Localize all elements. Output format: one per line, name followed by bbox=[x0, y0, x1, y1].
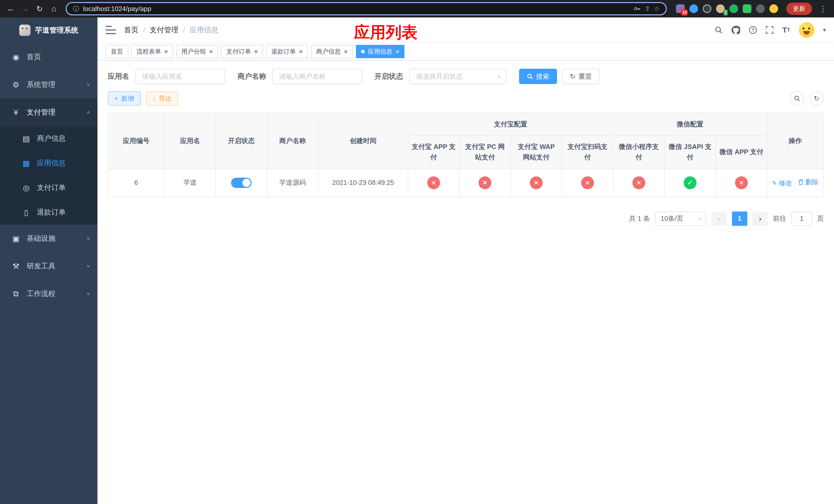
extension-icon-5[interactable] bbox=[729, 4, 738, 13]
url-text[interactable]: localhost:1024/pay/app bbox=[83, 5, 151, 13]
status-select[interactable]: 请选择开启状态 ∨ bbox=[409, 69, 507, 84]
tab-label: 商户信息 bbox=[316, 47, 341, 55]
breadcrumb-section: 支付管理 bbox=[150, 25, 178, 35]
search-icon[interactable] bbox=[715, 26, 723, 34]
extension-icon-6[interactable] bbox=[743, 4, 751, 13]
config-wechat-mini-status: × bbox=[632, 176, 645, 189]
password-key-icon[interactable] bbox=[633, 5, 641, 12]
col-app-id: 应用编号 bbox=[108, 113, 164, 169]
tab-home[interactable]: 首页 bbox=[106, 45, 128, 58]
next-page-button[interactable]: › bbox=[752, 211, 768, 226]
extension-icon-2[interactable] bbox=[689, 4, 698, 13]
close-icon[interactable]: × bbox=[395, 48, 399, 55]
sidebar-item-label: 支付管理 bbox=[27, 108, 80, 117]
url-bar[interactable]: ⓘ localhost:1024/pay/app ⇧ ☆ bbox=[66, 2, 667, 15]
extension-icon-8[interactable] bbox=[769, 4, 778, 13]
close-icon[interactable]: × bbox=[299, 48, 303, 55]
extensions-cluster: 10 1 bbox=[676, 4, 778, 13]
sidebar-item-label: 研发工具 bbox=[27, 261, 80, 271]
app-name-input[interactable] bbox=[135, 69, 225, 84]
back-icon[interactable]: ← bbox=[4, 2, 18, 15]
cell-merchant: 芋道源码 bbox=[267, 169, 318, 197]
table-toolbar: + 新增 ↓ 导出 ↻ bbox=[108, 91, 824, 106]
tab-refund-orders[interactable]: 退款订单 × bbox=[266, 45, 308, 58]
page-size-value: 10条/页 bbox=[661, 214, 683, 223]
export-button[interactable]: ↓ 导出 bbox=[146, 91, 178, 106]
app-frame: 芋道管理系统 ◉ 首页 ⚙ 系统管理 ∨ ¥ 支付管理 ∧ ▤ 商户信息 bbox=[0, 18, 834, 504]
cell-ops: ✎ 修改 删除 bbox=[767, 169, 824, 197]
tab-merchant-info[interactable]: 商户信息 × bbox=[311, 45, 353, 58]
extension-badge-green: 1 bbox=[723, 9, 728, 16]
tab-app-info[interactable]: 应用信息 × bbox=[356, 45, 404, 58]
extension-icon-4[interactable]: 1 bbox=[716, 4, 725, 13]
github-icon[interactable] bbox=[731, 26, 740, 35]
close-icon[interactable]: × bbox=[254, 48, 258, 55]
share-icon[interactable]: ⇧ bbox=[645, 5, 650, 12]
forward-icon[interactable]: → bbox=[19, 2, 32, 15]
svg-text:?: ? bbox=[752, 27, 754, 32]
sidebar-collapse-icon[interactable] bbox=[106, 26, 116, 34]
edit-link[interactable]: ✎ 修改 bbox=[772, 179, 792, 188]
search-button[interactable]: 搜索 bbox=[519, 69, 557, 84]
sidebar-item-pay-orders[interactable]: ◎ 支付订单 bbox=[0, 175, 97, 200]
extension-icon-3[interactable] bbox=[703, 4, 711, 13]
page-size-select[interactable]: 10条/页 ∨ bbox=[655, 211, 706, 226]
sidebar-item-label: 应用信息 bbox=[37, 158, 90, 168]
close-icon[interactable]: × bbox=[164, 48, 168, 55]
card-icon: ▤ bbox=[22, 134, 31, 143]
breadcrumb-home[interactable]: 首页 bbox=[124, 25, 138, 35]
merchant-name-input[interactable] bbox=[272, 69, 362, 84]
caret-down-icon[interactable]: ▾ bbox=[823, 27, 826, 33]
extension-icon-1[interactable]: 10 bbox=[676, 4, 685, 13]
browser-menu-icon[interactable]: ⋮ bbox=[816, 4, 830, 13]
reset-button[interactable]: ↻ 重置 bbox=[562, 69, 599, 84]
status-toggle[interactable] bbox=[231, 178, 251, 188]
add-button[interactable]: + 新增 bbox=[108, 91, 141, 106]
col-wechat-jsapi: 微信 JSAPI 支付 bbox=[664, 136, 716, 169]
cell-alipay-wap: × bbox=[511, 169, 562, 197]
tab-process-form[interactable]: 流程表单 × bbox=[131, 45, 173, 58]
home-icon[interactable]: ⌂ bbox=[47, 2, 61, 15]
app-logo[interactable]: 芋道管理系统 bbox=[0, 18, 97, 43]
sidebar-item-home[interactable]: ◉ 首页 bbox=[0, 43, 97, 71]
fullscreen-icon[interactable] bbox=[766, 26, 773, 34]
breadcrumb: 首页 / 支付管理 / 应用信息 bbox=[124, 25, 219, 35]
sidebar-item-dev-tools[interactable]: ⚒ 研发工具 ∨ bbox=[0, 252, 97, 280]
page-1-button[interactable]: 1 bbox=[732, 211, 747, 226]
help-icon[interactable]: ? bbox=[749, 26, 757, 34]
prev-page-button[interactable]: ‹ bbox=[711, 211, 727, 226]
reload-icon[interactable]: ↻ bbox=[33, 2, 46, 15]
tab-label: 流程表单 bbox=[136, 47, 161, 55]
col-wechat-app: 微信 APP 支付 bbox=[716, 136, 767, 169]
sidebar-item-label: 工作流程 bbox=[27, 289, 80, 299]
sidebar-item-payment[interactable]: ¥ 支付管理 ∧ bbox=[0, 98, 97, 126]
tab-pay-orders[interactable]: 支付订单 × bbox=[221, 45, 263, 58]
app-name-label: 应用名 bbox=[108, 71, 129, 81]
sidebar-item-infrastructure[interactable]: ▣ 基础设施 ∨ bbox=[0, 225, 97, 252]
trash-icon bbox=[798, 179, 804, 185]
sidebar-item-app-info[interactable]: ▦ 应用信息 bbox=[0, 151, 97, 175]
col-group-alipay: 支付宝配置 bbox=[408, 113, 613, 136]
refresh-table-button[interactable]: ↻ bbox=[809, 91, 824, 106]
delete-link[interactable]: 删除 bbox=[798, 178, 819, 187]
col-merchant: 商户名称 bbox=[267, 113, 318, 169]
sidebar-item-refund-orders[interactable]: ▯ 退款订单 bbox=[0, 200, 97, 225]
sidebar-item-system[interactable]: ⚙ 系统管理 ∨ bbox=[0, 71, 97, 98]
site-info-icon[interactable]: ⓘ bbox=[73, 5, 79, 13]
close-icon[interactable]: × bbox=[344, 48, 348, 55]
tab-user-group[interactable]: 用户分组 × bbox=[176, 45, 218, 58]
col-ops: 操作 bbox=[767, 113, 824, 169]
extension-icon-7[interactable] bbox=[756, 4, 765, 13]
goto-page-input[interactable] bbox=[791, 211, 812, 226]
table-header-row: 应用编号 应用名 开启状态 商户名称 创建时间 支付宝配置 微信配置 操作 bbox=[108, 113, 824, 136]
bookmark-star-icon[interactable]: ☆ bbox=[654, 5, 660, 12]
browser-update-button[interactable]: 更新 bbox=[786, 3, 812, 15]
sidebar-item-workflow[interactable]: ⧉ 工作流程 ∨ bbox=[0, 280, 97, 307]
close-icon[interactable]: × bbox=[209, 48, 213, 55]
toggle-search-button[interactable] bbox=[790, 91, 804, 106]
user-avatar[interactable] bbox=[799, 22, 814, 38]
sidebar-item-merchant-info[interactable]: ▤ 商户信息 bbox=[0, 126, 97, 151]
cell-alipay-qr: × bbox=[562, 169, 613, 197]
extension-badge-red: 10 bbox=[681, 9, 688, 16]
font-size-icon[interactable]: TT bbox=[782, 26, 790, 34]
